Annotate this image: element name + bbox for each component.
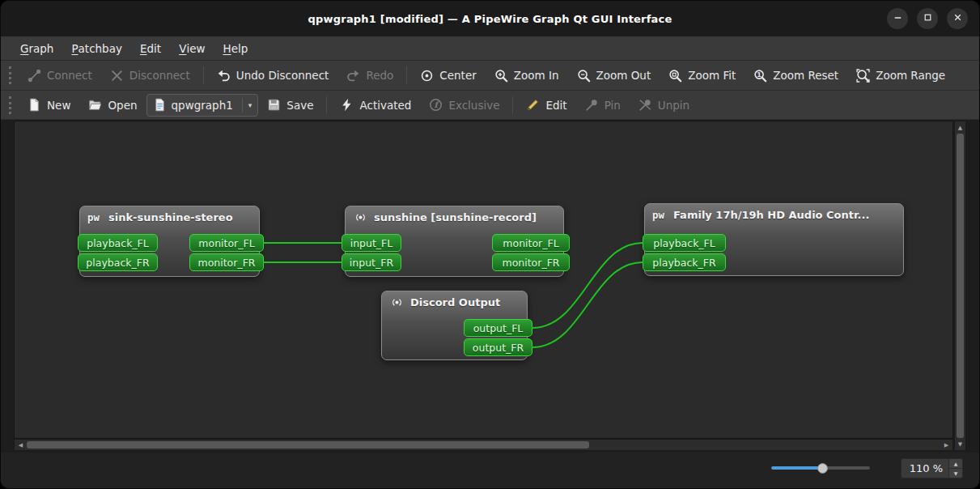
port-sink-sunshine-stereo-monitor_FL[interactable]: monitor_FL — [189, 234, 264, 252]
zoom-range-button[interactable]: Zoom Range — [847, 63, 954, 87]
toolbar-separator — [406, 66, 407, 84]
toolbar-separator — [512, 96, 513, 114]
pin-icon — [585, 98, 599, 112]
connections-layer — [15, 121, 952, 438]
port-sink-sunshine-stereo-playback_FL[interactable]: playback_FL — [78, 234, 158, 252]
open-folder-icon — [88, 98, 102, 112]
patchbay-current-combo[interactable]: qpwgraph1▾ — [146, 94, 259, 117]
menu-graph[interactable]: Graph — [11, 36, 62, 60]
zoom-slider-handle[interactable] — [817, 463, 828, 474]
zoom-spin-arrows: ▲ ▼ — [948, 459, 962, 478]
new-label: New — [47, 99, 70, 112]
disconnect-icon — [110, 69, 124, 83]
port-sunshine-input_FL[interactable]: input_FL — [342, 234, 401, 252]
pipewire-icon: pw — [87, 211, 103, 223]
scroll-up-arrow-icon[interactable]: ▲ — [955, 122, 965, 133]
center-icon — [420, 69, 434, 83]
window-close-button[interactable] — [947, 8, 968, 29]
new-button[interactable]: New — [19, 93, 79, 117]
node-title-sunshine: sunshine [sunshine-record] — [346, 206, 563, 228]
port-discord-output-output_FL[interactable]: output_FL — [464, 319, 532, 337]
open-button[interactable]: Open — [79, 93, 146, 117]
zoom-out-icon — [749, 461, 762, 474]
node-icon — [389, 296, 405, 308]
disconnect-button[interactable]: Disconnect — [101, 63, 199, 87]
zoom-slider[interactable] — [771, 461, 870, 475]
zoom-slider-fill — [771, 466, 822, 470]
graph-canvas[interactable]: pwsink-sunshine-stereoplayback_FLplaybac… — [14, 121, 953, 439]
app-window: qpwgraph1 [modified] — A PipeWire Graph … — [0, 0, 980, 489]
connect-icon — [28, 69, 41, 83]
port-sunshine-input_FR[interactable]: input_FR — [342, 253, 401, 271]
window-minimize-button[interactable] — [887, 8, 908, 29]
window-title: qpwgraph1 [modified] — A PipeWire Graph … — [308, 13, 672, 25]
scroll-down-arrow-icon[interactable]: ▼ — [955, 439, 965, 449]
unpin-button[interactable]: Unpin — [630, 93, 698, 117]
toolbar-separator — [203, 66, 204, 84]
zoom-increase-button[interactable]: ▲ — [949, 459, 962, 469]
zoom-spinbox[interactable]: 110 % ▲ ▼ — [901, 458, 963, 478]
svg-text:f: f — [435, 100, 440, 109]
node-icon — [353, 211, 368, 223]
titlebar: qpwgraph1 [modified] — A PipeWire Graph … — [1, 1, 979, 36]
menu-patchbay[interactable]: Patchbay — [62, 36, 131, 60]
unpin-icon — [638, 98, 652, 112]
menu-help[interactable]: Help — [214, 36, 257, 60]
activated-icon — [340, 98, 354, 112]
port-discord-output-output_FR[interactable]: output_FR — [464, 338, 532, 356]
port-sink-sunshine-stereo-playback_FR[interactable]: playback_FR — [78, 253, 158, 271]
horizontal-scrollbar[interactable]: ◀ ▶ — [14, 439, 953, 451]
statusbar: 110 % ▲ ▼ — [1, 453, 980, 489]
pipewire-icon: pw — [652, 209, 668, 221]
port-sink-sunshine-stereo-monitor_FR[interactable]: monitor_FR — [189, 253, 264, 271]
patchbay-file-icon — [153, 98, 167, 112]
exclusive-icon: f — [429, 98, 443, 112]
zoom-fit-button[interactable]: Zoom Fit — [660, 63, 745, 87]
center-button[interactable]: Center — [411, 63, 485, 87]
port-sunshine-monitor_FR[interactable]: monitor_FR — [492, 253, 570, 271]
port-sunshine-monitor_FL[interactable]: monitor_FL — [492, 234, 570, 252]
port-family-hd-audio-playback_FL[interactable]: playback_FL — [643, 234, 726, 252]
patchbay-current-label: qpwgraph1 — [172, 99, 233, 112]
scroll-right-arrow-icon[interactable]: ▶ — [941, 440, 952, 450]
zoom-reset-button[interactable]: 1Zoom Reset — [745, 63, 847, 87]
zoom-value: 110 % — [902, 462, 948, 474]
connect-button[interactable]: Connect — [19, 63, 101, 87]
zoom-out-label: Zoom Out — [596, 69, 651, 82]
zoom-out-button[interactable]: Zoom Out — [568, 63, 660, 87]
toolbar-separator — [326, 96, 327, 114]
activated-button[interactable]: Activated — [331, 93, 420, 117]
activated-label: Activated — [359, 99, 411, 112]
scroll-left-arrow-icon[interactable]: ◀ — [15, 440, 26, 450]
zoom-in-button[interactable]: Zoom In — [486, 63, 568, 87]
center-label: Center — [439, 69, 476, 82]
zoom-out-icon — [577, 69, 591, 83]
window-maximize-button[interactable] — [917, 8, 938, 29]
vertical-scrollbar-handle[interactable] — [957, 134, 964, 438]
redo-button[interactable]: Redo — [337, 63, 402, 87]
horizontal-scrollbar-handle[interactable] — [27, 441, 589, 449]
undo-disconnect-button[interactable]: Undo Disconnect — [208, 63, 338, 87]
save-label: Save — [286, 99, 313, 112]
unpin-label: Unpin — [658, 99, 689, 112]
port-family-hd-audio-playback_FR[interactable]: playback_FR — [643, 253, 726, 271]
menu-edit[interactable]: Edit — [131, 36, 170, 60]
menu-view[interactable]: View — [170, 36, 214, 60]
save-button[interactable]: Save — [258, 93, 322, 117]
toolbar-grip[interactable] — [9, 96, 11, 114]
exclusive-button[interactable]: fExclusive — [420, 93, 508, 117]
save-icon — [267, 98, 281, 112]
zoom-decrease-button[interactable]: ▼ — [949, 469, 962, 478]
pin-button[interactable]: Pin — [576, 93, 630, 117]
toolbar-grip[interactable] — [9, 66, 11, 84]
exclusive-label: Exclusive — [448, 99, 499, 112]
zoom-in-icon — [494, 69, 508, 83]
edit-button[interactable]: Edit — [517, 93, 575, 117]
undo-disconnect-label: Undo Disconnect — [236, 69, 329, 82]
zoom-in-label: Zoom In — [514, 69, 559, 82]
zoom-fit-label: Zoom Fit — [688, 69, 736, 82]
node-title-discord-output: Discord Output — [382, 291, 527, 313]
window-controls — [887, 8, 968, 29]
vertical-scrollbar[interactable]: ▲ ▼ — [954, 121, 966, 451]
open-label: Open — [108, 99, 137, 112]
